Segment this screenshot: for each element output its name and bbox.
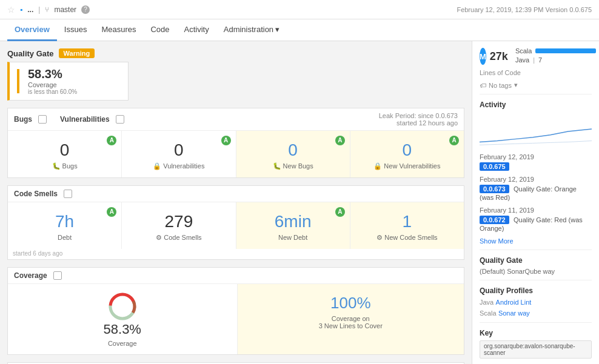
bugs-vulnerabilities-section: Bugs Vulnerabilities Leak Period: since … (7, 108, 464, 178)
quality-gate-box: 58.3% Coverage is less than 60.0% (7, 62, 129, 101)
bugs-metrics-grid: A 0 🐛 Bugs A 0 🔒 Vulnerabilities (8, 131, 464, 177)
date-version: February 12, 2019, 12:39 PM Version 0.0.… (457, 6, 592, 13)
debt-label: Debt (14, 234, 115, 241)
version-entry-0: February 12, 2019 0.0.675 (480, 153, 592, 171)
main-content: Quality Gate Warning 58.3% Coverage is l… (0, 41, 472, 364)
vuln-value: 0 (128, 141, 229, 160)
branch-icon: ⑂ (45, 5, 49, 14)
scala-lang-bar (535, 48, 596, 53)
bug-icon: 🐛 (52, 162, 61, 170)
bugs-cell: A 0 🐛 Bugs (8, 131, 122, 177)
divider-4 (480, 322, 592, 323)
nav-issues[interactable]: Issues (57, 19, 95, 41)
no-tags[interactable]: 🏷 No tags ▾ (480, 81, 592, 89)
new-smells-icon: ⚙ (376, 234, 383, 241)
nav-code[interactable]: Code (143, 19, 176, 41)
show-more[interactable]: Show More (480, 237, 592, 245)
cube-icon: ▪ (20, 5, 22, 14)
no-tags-label: No tags (489, 82, 512, 89)
qp-java-lang: Java (480, 299, 494, 306)
divider-3 (480, 280, 592, 280)
top-bar: ☆ ▪ ... | ⑂ master ? February 12, 2019, … (0, 0, 599, 19)
vuln-a-badge: A (221, 136, 231, 145)
new-lock-icon: 🔒 (373, 162, 382, 170)
coverage-cell: 58.3% Coverage (8, 284, 238, 354)
qg-sidebar-title: Quality Gate (480, 256, 592, 265)
version-badge-2[interactable]: 0.0.672 (480, 216, 509, 224)
code-smells-link-icon[interactable] (64, 190, 72, 198)
nav-administration[interactable]: Administration ▾ (216, 19, 287, 41)
quality-gate-section: Quality Gate Warning 58.3% Coverage is l… (7, 48, 464, 101)
leak-period-label: Leak Period: since 0.0.673 started 12 ho… (379, 112, 458, 127)
version-entry-2: February 11, 2019 0.0.672 Quality Gate: … (480, 207, 592, 233)
vuln-label: 🔒 Vulnerabilities (128, 162, 229, 170)
main-layout: Quality Gate Warning 58.3% Coverage is l… (0, 41, 599, 364)
branch-name: master (54, 5, 76, 14)
loc-label: Lines of Code (480, 69, 592, 76)
chevron-down-icon-tags: ▾ (514, 81, 518, 89)
coverage-title: Coverage (14, 271, 47, 280)
coverage-header: Coverage (8, 268, 464, 284)
coverage-leak-value: 100% (244, 294, 458, 313)
qg-sidebar: Quality Gate (Default) SonarQube way (480, 256, 592, 275)
qp-java-link[interactable]: Android Lint (496, 299, 532, 306)
qp-java: Java Android Lint (480, 298, 592, 306)
bugs-value: 0 (14, 141, 115, 160)
loc-value: 27k (490, 50, 508, 62)
nav-administration-label: Administration (224, 25, 273, 34)
new-code-smells-cell: 1 ⚙ New Code Smells (350, 202, 464, 249)
coverage-link-icon[interactable] (53, 271, 62, 280)
m-circle: M (480, 48, 486, 65)
new-vuln-label: 🔒 New Vulnerabilities (356, 162, 458, 170)
version-date-1: February 12, 2019 (480, 176, 592, 183)
key-title: Key (480, 329, 592, 337)
project-name: ... (27, 5, 33, 14)
quality-gate-indicator (17, 69, 19, 93)
chevron-down-icon: ▾ (275, 25, 279, 34)
help-icon[interactable]: ? (81, 5, 90, 14)
new-vuln-value: 0 (356, 141, 458, 160)
activity-title: Activity (480, 101, 592, 109)
quality-gate-value: 58.3% (28, 67, 77, 81)
vulnerabilities-link-icon[interactable] (116, 115, 124, 124)
leak-period-sublabel: started 12 hours ago (397, 119, 458, 127)
quality-gate-sublabel: is less than 60.0% (28, 88, 77, 95)
new-bugs-a-badge: A (335, 136, 345, 145)
new-bugs-label: 🐛 New Bugs (243, 162, 344, 170)
version-date-2: February 11, 2019 (480, 207, 592, 214)
nav-measures[interactable]: Measures (94, 19, 143, 41)
star-icon[interactable]: ☆ (7, 5, 15, 15)
new-debt-a-badge: A (335, 207, 345, 217)
loc-row: M 27k Scala 27k Java | 7 (480, 47, 592, 65)
qp-scala-link[interactable]: Sonar way (498, 309, 530, 317)
new-bugs-cell: A 0 🐛 New Bugs (236, 131, 350, 177)
new-code-smells-value: 1 (356, 212, 458, 231)
code-smells-count-cell: 279 ⚙ Code Smells (122, 202, 236, 249)
version-badge-0[interactable]: 0.0.675 (480, 162, 509, 171)
nav-activity[interactable]: Activity (177, 19, 216, 41)
quality-gate-details: 58.3% Coverage is less than 60.0% (28, 67, 77, 95)
bugs-link-icon[interactable] (38, 115, 47, 124)
scala-lang-row: Scala 27k (515, 47, 599, 55)
quality-gate-label: Coverage (28, 81, 77, 88)
warning-badge: Warning (59, 48, 95, 58)
coverage-label: Coverage (108, 340, 137, 347)
code-smells-value: 279 (128, 212, 229, 231)
new-bugs-value: 0 (243, 141, 344, 160)
sidebar: M 27k Scala 27k Java | 7 Lines of Code 🏷 (472, 41, 599, 364)
bugs-label: 🐛 Bugs (14, 162, 115, 170)
qp-title: Quality Profiles (480, 286, 592, 295)
code-smells-label: ⚙ Code Smells (128, 234, 229, 242)
key-section: Key org.sonarqube:avalon-sonarqube-scann… (480, 329, 592, 359)
branch-separator: | (38, 5, 40, 14)
coverage-leak-cell: 100% Coverage on 3 New Lines to Cover (238, 284, 464, 354)
nav-overview[interactable]: Overview (7, 19, 57, 41)
new-vuln-a-badge: A (449, 136, 459, 145)
activity-svg (480, 112, 592, 148)
divider-2 (480, 250, 592, 250)
version-badge-1[interactable]: 0.0.673 (480, 185, 509, 193)
quality-gate-header: Quality Gate Warning (7, 48, 464, 58)
code-smells-grid: A 7h Debt 279 ⚙ Code Smells A 6min New D… (8, 202, 464, 249)
vulnerabilities-cell: A 0 🔒 Vulnerabilities (122, 131, 236, 177)
code-smells-section: Code Smells A 7h Debt 279 ⚙ Code Smells (7, 185, 464, 260)
